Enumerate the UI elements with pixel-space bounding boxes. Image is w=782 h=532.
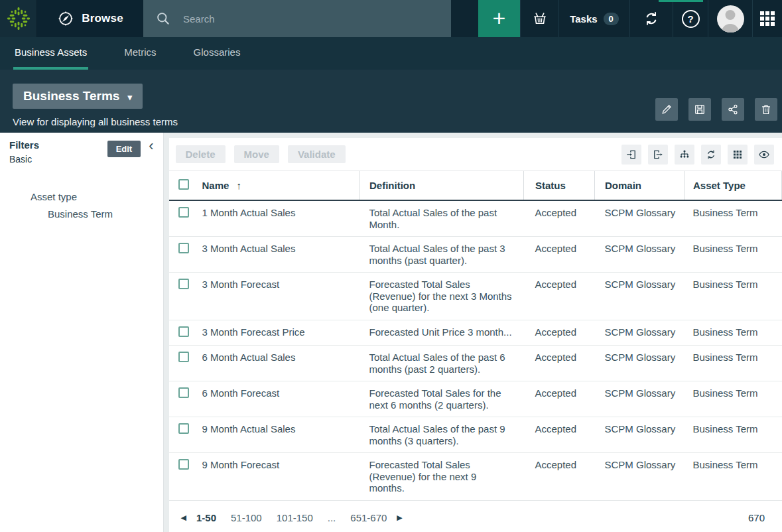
- table-row[interactable]: 3 Month Actual Sales Total Actual Sales …: [169, 237, 782, 273]
- tab-business-assets[interactable]: Business Assets: [13, 37, 88, 70]
- cell-definition: Forecasted Unit Price 3 month...: [360, 320, 524, 346]
- cell-domain: SCPM Glossary: [595, 381, 685, 417]
- cell-asset-type: Business Term: [685, 346, 782, 381]
- user-menu-button[interactable]: [708, 0, 752, 37]
- apps-menu-button[interactable]: [752, 0, 782, 37]
- move-button[interactable]: Move: [234, 145, 279, 163]
- row-checkbox[interactable]: [178, 326, 189, 337]
- page-ellipsis: ...: [328, 512, 336, 523]
- save-icon: [693, 103, 706, 116]
- visibility-button[interactable]: [754, 145, 774, 165]
- edit-filters-button[interactable]: Edit: [107, 141, 141, 157]
- cell-asset-type: Business Term: [685, 200, 782, 237]
- select-all-checkbox[interactable]: [178, 179, 189, 190]
- grid-view-button[interactable]: [728, 145, 748, 165]
- table-row[interactable]: 9 Month Forecast Forecasted Total Sales …: [169, 453, 782, 501]
- browse-button[interactable]: Browse: [37, 0, 143, 37]
- eye-icon: [758, 149, 770, 161]
- column-header-name[interactable]: Name ↑: [199, 171, 360, 200]
- cell-domain: SCPM Glossary: [595, 237, 685, 273]
- cell-status: Accepted: [524, 417, 595, 453]
- view-selector-button[interactable]: Business Terms ▾: [13, 84, 143, 109]
- cell-domain: SCPM Glossary: [595, 346, 685, 381]
- column-header-status[interactable]: Status: [524, 171, 595, 200]
- tab-label: Glossaries: [194, 46, 241, 58]
- cell-asset-type: Business Term: [685, 453, 782, 501]
- filters-panel: Filters Basic Edit ‹ Asset type Business…: [0, 133, 164, 532]
- refresh-button[interactable]: [701, 145, 721, 165]
- row-checkbox[interactable]: [178, 459, 189, 470]
- row-checkbox[interactable]: [178, 387, 189, 398]
- cell-asset-type: Business Term: [685, 417, 782, 453]
- next-page-icon[interactable]: ▶: [394, 513, 405, 522]
- trash-icon: [759, 103, 773, 116]
- delete-view-button[interactable]: [755, 98, 777, 121]
- page-range[interactable]: 651-670: [350, 512, 387, 523]
- cell-asset-type: Business Term: [685, 381, 782, 417]
- column-header-asset-type[interactable]: Asset Type: [685, 171, 782, 200]
- delete-button[interactable]: Delete: [176, 145, 226, 163]
- cell-definition: Total Actual Sales of the past Month.: [360, 200, 524, 237]
- caret-down-icon: ▾: [127, 92, 132, 102]
- collibra-logo-icon: [6, 6, 31, 31]
- page-range-current[interactable]: 1-50: [196, 512, 216, 523]
- tab-glossaries[interactable]: Glossaries: [192, 37, 242, 70]
- hierarchy-button[interactable]: [675, 145, 694, 165]
- column-header-definition[interactable]: Definition: [360, 171, 524, 200]
- browse-label: Browse: [82, 12, 123, 25]
- table-row[interactable]: 1 Month Actual Sales Total Actual Sales …: [169, 200, 782, 237]
- create-asset-button[interactable]: +: [478, 0, 520, 37]
- filters-title: Filters: [9, 139, 107, 151]
- page-range[interactable]: 101-150: [277, 512, 313, 523]
- grid-icon: [732, 149, 744, 161]
- prev-page-icon[interactable]: ◀: [178, 513, 189, 522]
- cell-definition: Forecasted Total Sales (Revenue) for the…: [360, 273, 524, 320]
- row-checkbox[interactable]: [178, 243, 189, 253]
- cell-name: 6 Month Forecast: [199, 381, 360, 417]
- table-row[interactable]: 6 Month Forecast Forecasted Total Sales …: [169, 381, 782, 417]
- cell-domain: SCPM Glossary: [595, 453, 685, 501]
- table-toolbar: Delete Move Validate: [169, 138, 782, 171]
- data-basket-button[interactable]: [520, 0, 558, 37]
- tab-label: Business Assets: [15, 46, 87, 58]
- search-icon: [155, 11, 171, 27]
- row-checkbox[interactable]: [178, 207, 189, 218]
- search-input[interactable]: [183, 13, 395, 25]
- app-logo[interactable]: [0, 0, 37, 37]
- tab-label: Metrics: [124, 46, 156, 58]
- tasks-count-badge: 0: [604, 13, 619, 25]
- column-label: Name: [202, 180, 229, 191]
- tab-metrics[interactable]: Metrics: [123, 37, 157, 70]
- column-label: Definition: [369, 180, 415, 191]
- table-row[interactable]: 3 Month Forecast Forecasted Total Sales …: [169, 273, 782, 320]
- cell-status: Accepted: [524, 200, 595, 237]
- row-checkbox[interactable]: [178, 423, 189, 434]
- table-row[interactable]: 9 Month Actual Sales Total Actual Sales …: [169, 417, 782, 453]
- collapse-panel-icon[interactable]: ‹: [149, 139, 153, 153]
- filter-group-asset-type: Asset type Business Term: [9, 191, 155, 220]
- page-range[interactable]: 51-100: [231, 512, 262, 523]
- share-view-button[interactable]: [722, 98, 744, 121]
- column-header-domain[interactable]: Domain: [595, 171, 685, 200]
- cell-name: 6 Month Actual Sales: [199, 346, 360, 381]
- cell-status: Accepted: [524, 273, 595, 320]
- save-view-button[interactable]: [688, 98, 711, 121]
- tasks-button[interactable]: Tasks 0: [558, 0, 629, 37]
- cell-status: Accepted: [524, 453, 595, 501]
- filter-group-value[interactable]: Business Term: [9, 208, 155, 220]
- row-checkbox[interactable]: [178, 279, 189, 289]
- avatar-head: [726, 10, 736, 20]
- table-row[interactable]: 3 Month Forecast Price Forecasted Unit P…: [169, 320, 782, 346]
- validate-button[interactable]: Validate: [288, 145, 346, 163]
- edit-view-button[interactable]: [655, 98, 678, 121]
- cell-status: Accepted: [524, 320, 595, 346]
- export-button[interactable]: [648, 145, 668, 165]
- import-button[interactable]: [621, 145, 641, 165]
- global-search[interactable]: [143, 0, 451, 37]
- main-area: Filters Basic Edit ‹ Asset type Business…: [0, 133, 782, 532]
- filters-mode-label: Basic: [9, 154, 107, 165]
- help-button[interactable]: ?: [673, 0, 708, 37]
- activities-button[interactable]: [629, 0, 673, 37]
- table-row[interactable]: 6 Month Actual Sales Total Actual Sales …: [169, 346, 782, 381]
- row-checkbox[interactable]: [178, 352, 189, 362]
